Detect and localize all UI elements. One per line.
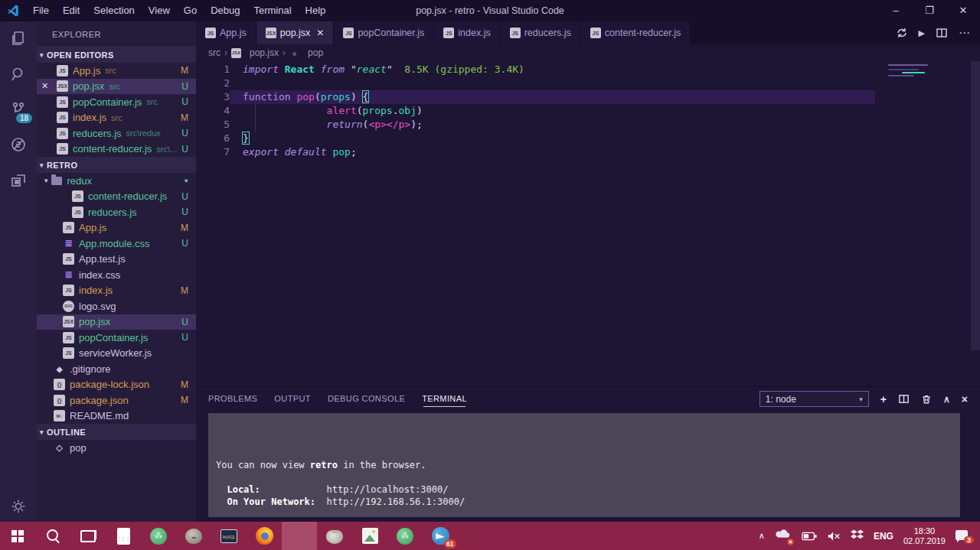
open-editor-row[interactable]: JS App.js src M bbox=[37, 63, 196, 79]
editor-tab[interactable]: JS reducers.js bbox=[501, 21, 581, 44]
taskbar-app-button[interactable] bbox=[70, 522, 106, 550]
taskbar-app-button[interactable] bbox=[0, 522, 35, 550]
search-icon[interactable] bbox=[0, 57, 37, 92]
taskbar-app-button[interactable] bbox=[106, 522, 141, 550]
file-tree-row[interactable]: M↓ README.md bbox=[37, 408, 196, 425]
file-tree-row[interactable]: ◆ .gitignore bbox=[37, 361, 196, 377]
editor-tab[interactable]: JSX pop.jsx ✕ bbox=[256, 21, 335, 44]
menu-item[interactable]: Go bbox=[177, 0, 204, 21]
file-tree-row[interactable]: JS App.js M bbox=[37, 220, 196, 236]
panel-tab[interactable]: OUTPUT bbox=[274, 387, 311, 411]
taskbar-app-button[interactable] bbox=[141, 522, 176, 550]
file-tree-row[interactable]: {} package.json M bbox=[37, 392, 196, 408]
file-tree-row[interactable]: {} package-lock.json M bbox=[37, 377, 196, 393]
menu-item[interactable]: Terminal bbox=[247, 0, 298, 21]
maximize-panel-icon[interactable]: ∧ bbox=[943, 394, 950, 405]
breadcrumb-file[interactable]: pop.jsx bbox=[250, 47, 279, 58]
open-editors-header[interactable]: ▾OPEN EDITORS bbox=[37, 47, 196, 63]
language-indicator[interactable]: ENG bbox=[874, 531, 893, 542]
open-editor-row[interactable]: JS index.js src M bbox=[37, 110, 196, 126]
code-line[interactable]: 1 import React from "react" 8.5K (gzippe… bbox=[196, 63, 980, 76]
file-tree-row[interactable]: JS index.js M bbox=[37, 283, 196, 299]
dropbox-icon[interactable] bbox=[851, 529, 864, 544]
run-icon[interactable]: ▶ bbox=[919, 28, 925, 38]
split-editor-icon[interactable] bbox=[936, 27, 948, 39]
outline-row[interactable]: ◇ pop bbox=[37, 440, 196, 456]
code-line[interactable]: 4 alert(props.obj) bbox=[196, 104, 980, 118]
kill-terminal-icon[interactable] bbox=[921, 393, 932, 405]
minimize-button[interactable]: – bbox=[879, 0, 913, 21]
folder-section-header[interactable]: ▾RETRO bbox=[37, 157, 196, 173]
clock[interactable]: 18:30 02.07.2019 bbox=[903, 526, 946, 546]
code-line[interactable]: 2 bbox=[196, 76, 980, 90]
taskbar-app-button[interactable] bbox=[211, 522, 247, 550]
menu-item[interactable]: Debug bbox=[204, 0, 247, 21]
outline-header[interactable]: ▾OUTLINE bbox=[37, 424, 196, 440]
panel-tab[interactable]: DEBUG CONSOLE bbox=[328, 387, 405, 411]
code-editor[interactable]: 1 import React from "react" 8.5K (gzippe… bbox=[196, 61, 980, 386]
taskbar-app-button[interactable] bbox=[387, 522, 423, 550]
onedrive-error-icon[interactable]: ✕ bbox=[775, 529, 792, 544]
editor-tab[interactable]: JS App.js bbox=[196, 21, 256, 44]
open-editor-row[interactable]: JS reducers.js src\redux U bbox=[37, 125, 196, 142]
editor-tab[interactable]: JS popContainer.js bbox=[334, 21, 434, 44]
more-actions-icon[interactable]: ⋯ bbox=[959, 26, 971, 40]
debug-icon[interactable] bbox=[0, 127, 37, 162]
split-terminal-icon[interactable] bbox=[898, 393, 910, 405]
file-tree-row[interactable]: ≣ index.css bbox=[37, 267, 196, 283]
file-tree-row[interactable]: JS popContainer.js U bbox=[37, 330, 196, 346]
taskbar-app-button[interactable] bbox=[35, 522, 70, 550]
taskbar-app-button[interactable] bbox=[317, 522, 352, 550]
breadcrumb-root[interactable]: src bbox=[208, 47, 220, 58]
menu-item[interactable]: Selection bbox=[87, 0, 141, 21]
file-tree-row[interactable]: JSX pop.jsx U bbox=[37, 314, 196, 330]
volume-muted-icon[interactable] bbox=[827, 531, 841, 542]
tab-close-icon[interactable]: ✕ bbox=[316, 28, 324, 38]
code-line[interactable]: 7 export default pop; bbox=[196, 145, 980, 159]
settings-gear-icon[interactable] bbox=[0, 491, 37, 522]
file-tree-row[interactable]: ▾ redux ● bbox=[37, 173, 196, 189]
panel-tab[interactable]: TERMINAL bbox=[422, 387, 467, 411]
source-control-icon[interactable]: 18 bbox=[0, 92, 37, 127]
extensions-icon[interactable] bbox=[0, 162, 37, 197]
panel-tab[interactable]: PROBLEMS bbox=[208, 387, 257, 411]
file-tree-row[interactable]: JS content-reducer.js U bbox=[37, 189, 196, 205]
file-tree-row[interactable]: SVG logo.svg bbox=[37, 298, 196, 314]
file-tree-row[interactable]: JS reducers.js U bbox=[37, 204, 196, 220]
menu-item[interactable]: Help bbox=[299, 0, 333, 21]
file-tree-row[interactable]: JS serviceWorker.js bbox=[37, 346, 196, 362]
editor-scrollbar[interactable] bbox=[971, 61, 980, 350]
terminal-select[interactable]: 1: node ▾ bbox=[760, 391, 869, 407]
explorer-icon[interactable] bbox=[0, 21, 37, 57]
new-terminal-icon[interactable]: + bbox=[880, 393, 887, 405]
file-tree-row[interactable]: ≣ App.module.css U bbox=[37, 236, 196, 252]
editor-tab[interactable]: JS content-reducer.js bbox=[581, 21, 691, 44]
open-editor-row[interactable]: JS popContainer.js src U bbox=[37, 94, 196, 110]
menu-item[interactable]: Edit bbox=[56, 0, 87, 21]
sync-icon[interactable] bbox=[896, 27, 908, 39]
file-tree-row[interactable]: JS App.test.js bbox=[37, 252, 196, 268]
open-editor-row[interactable]: ✕ JSX pop.jsx src U bbox=[37, 79, 196, 95]
notification-center-icon[interactable]: 3 bbox=[956, 529, 972, 544]
close-editor-icon[interactable]: ✕ bbox=[41, 81, 48, 91]
restore-button[interactable]: ❐ bbox=[913, 0, 946, 21]
tray-chevron-up-icon[interactable]: ∧ bbox=[759, 531, 765, 541]
taskbar-app-button[interactable] bbox=[247, 522, 282, 550]
terminal-output[interactable]: You can now view retro in the browser. L… bbox=[208, 413, 960, 517]
menu-item[interactable]: File bbox=[26, 0, 56, 21]
code-line[interactable]: 6 } bbox=[196, 132, 980, 145]
taskbar-app-button[interactable] bbox=[176, 522, 211, 550]
breadcrumb-symbol[interactable]: pop bbox=[308, 47, 323, 58]
close-button[interactable]: ✕ bbox=[946, 0, 980, 21]
battery-icon[interactable] bbox=[802, 532, 817, 541]
editor-tab[interactable]: JS index.js bbox=[434, 21, 500, 44]
open-editor-row[interactable]: JS content-reducer.js src\... U bbox=[37, 142, 196, 158]
code-line[interactable]: 5 return(<p></p>); bbox=[196, 118, 980, 132]
close-panel-icon[interactable]: × bbox=[962, 393, 968, 405]
breadcrumb[interactable]: src › JSX pop.jsx › ◇ pop bbox=[196, 44, 980, 61]
taskbar-app-button[interactable] bbox=[282, 522, 317, 550]
code-line[interactable]: 3 function pop(props) { bbox=[196, 90, 980, 104]
taskbar-app-button[interactable] bbox=[352, 522, 387, 550]
taskbar-app-button[interactable]: 61 bbox=[423, 522, 458, 550]
menu-item[interactable]: View bbox=[142, 0, 177, 21]
